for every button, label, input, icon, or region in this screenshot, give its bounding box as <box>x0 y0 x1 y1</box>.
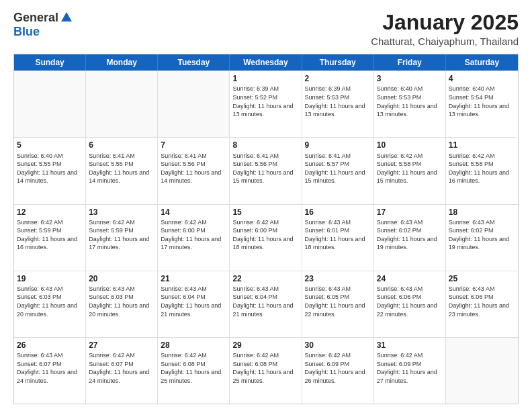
day-number-30: 30 <box>305 340 371 351</box>
calendar-cell-4-4: 30Sunrise: 6:42 AM Sunset: 6:09 PM Dayli… <box>302 338 374 404</box>
header-tuesday: Tuesday <box>158 54 230 71</box>
cell-text-2-3: Sunrise: 6:42 AM Sunset: 6:00 PM Dayligh… <box>232 218 298 252</box>
day-number-14: 14 <box>161 207 226 218</box>
cell-text-2-0: Sunrise: 6:42 AM Sunset: 5:59 PM Dayligh… <box>17 218 83 252</box>
calendar-cell-2-0: 12Sunrise: 6:42 AM Sunset: 5:59 PM Dayli… <box>14 205 86 271</box>
calendar-cell-4-6 <box>446 338 518 404</box>
day-number-2: 2 <box>305 73 371 84</box>
logo-icon <box>60 11 73 24</box>
cell-text-2-4: Sunrise: 6:43 AM Sunset: 6:01 PM Dayligh… <box>305 218 371 252</box>
calendar-cell-1-0: 5Sunrise: 6:40 AM Sunset: 5:55 PM Daylig… <box>14 138 86 203</box>
header-saturday: Saturday <box>446 54 518 71</box>
calendar-cell-0-2 <box>158 71 230 137</box>
calendar-cell-3-2: 21Sunrise: 6:43 AM Sunset: 6:04 PM Dayli… <box>158 271 230 337</box>
calendar-cell-2-6: 18Sunrise: 6:43 AM Sunset: 6:02 PM Dayli… <box>446 205 518 271</box>
calendar-cell-2-5: 17Sunrise: 6:43 AM Sunset: 6:02 PM Dayli… <box>374 205 446 271</box>
cell-text-3-3: Sunrise: 6:43 AM Sunset: 6:04 PM Dayligh… <box>232 285 298 318</box>
day-number-15: 15 <box>232 207 298 218</box>
calendar-cell-2-3: 15Sunrise: 6:42 AM Sunset: 6:00 PM Dayli… <box>230 205 302 271</box>
calendar-cell-2-4: 16Sunrise: 6:43 AM Sunset: 6:01 PM Dayli… <box>302 205 374 271</box>
header-friday: Friday <box>374 54 446 71</box>
calendar-cell-3-6: 25Sunrise: 6:43 AM Sunset: 6:06 PM Dayli… <box>446 271 518 337</box>
cell-text-1-1: Sunrise: 6:41 AM Sunset: 5:55 PM Dayligh… <box>89 152 154 185</box>
logo-blue-text: Blue <box>13 25 40 39</box>
page: General Blue January 2025 Chatturat, Cha… <box>0 0 532 411</box>
calendar-body: 1Sunrise: 6:39 AM Sunset: 5:52 PM Daylig… <box>14 71 518 404</box>
calendar-row-4: 26Sunrise: 6:43 AM Sunset: 6:07 PM Dayli… <box>14 337 518 404</box>
day-number-21: 21 <box>161 273 226 284</box>
day-number-24: 24 <box>377 273 443 284</box>
cell-text-4-0: Sunrise: 6:43 AM Sunset: 6:07 PM Dayligh… <box>17 351 83 385</box>
day-number-19: 19 <box>17 273 83 284</box>
day-number-25: 25 <box>449 273 515 284</box>
calendar-cell-0-5: 3Sunrise: 6:40 AM Sunset: 5:53 PM Daylig… <box>374 71 446 137</box>
day-number-22: 22 <box>232 273 298 284</box>
header: General Blue January 2025 Chatturat, Cha… <box>13 11 519 47</box>
cell-text-1-0: Sunrise: 6:40 AM Sunset: 5:55 PM Dayligh… <box>17 152 83 185</box>
cell-text-3-5: Sunrise: 6:43 AM Sunset: 6:06 PM Dayligh… <box>377 285 443 318</box>
cell-text-4-1: Sunrise: 6:42 AM Sunset: 6:07 PM Dayligh… <box>89 351 154 385</box>
header-monday: Monday <box>86 54 158 71</box>
day-number-4: 4 <box>449 73 515 84</box>
cell-text-0-3: Sunrise: 6:39 AM Sunset: 5:52 PM Dayligh… <box>232 85 298 118</box>
title-block: January 2025 Chatturat, Chaiyaphum, Thai… <box>371 11 519 47</box>
cell-text-0-6: Sunrise: 6:40 AM Sunset: 5:54 PM Dayligh… <box>449 85 515 118</box>
day-number-31: 31 <box>377 340 443 351</box>
calendar-cell-3-1: 20Sunrise: 6:43 AM Sunset: 6:03 PM Dayli… <box>86 271 158 337</box>
calendar-cell-4-0: 26Sunrise: 6:43 AM Sunset: 6:07 PM Dayli… <box>14 338 86 404</box>
calendar-cell-3-5: 24Sunrise: 6:43 AM Sunset: 6:06 PM Dayli… <box>374 271 446 337</box>
cell-text-2-1: Sunrise: 6:42 AM Sunset: 5:59 PM Dayligh… <box>89 218 154 252</box>
cell-text-2-6: Sunrise: 6:43 AM Sunset: 6:02 PM Dayligh… <box>449 218 515 252</box>
calendar-cell-0-4: 2Sunrise: 6:39 AM Sunset: 5:53 PM Daylig… <box>302 71 374 137</box>
subtitle: Chatturat, Chaiyaphum, Thailand <box>371 36 519 47</box>
day-number-20: 20 <box>89 273 154 284</box>
cell-text-3-1: Sunrise: 6:43 AM Sunset: 6:03 PM Dayligh… <box>89 285 154 318</box>
day-number-1: 1 <box>232 73 298 84</box>
day-number-7: 7 <box>161 140 226 150</box>
day-number-3: 3 <box>377 73 443 84</box>
calendar-row-1: 5Sunrise: 6:40 AM Sunset: 5:55 PM Daylig… <box>14 137 518 203</box>
day-number-23: 23 <box>305 273 371 284</box>
cell-text-0-5: Sunrise: 6:40 AM Sunset: 5:53 PM Dayligh… <box>377 85 443 118</box>
calendar-cell-3-0: 19Sunrise: 6:43 AM Sunset: 6:03 PM Dayli… <box>14 271 86 337</box>
cell-text-4-2: Sunrise: 6:42 AM Sunset: 6:08 PM Dayligh… <box>161 351 226 385</box>
cell-text-4-4: Sunrise: 6:42 AM Sunset: 6:09 PM Dayligh… <box>305 351 371 385</box>
month-title: January 2025 <box>371 11 519 34</box>
calendar-cell-1-1: 6Sunrise: 6:41 AM Sunset: 5:55 PM Daylig… <box>86 138 158 203</box>
cell-text-1-4: Sunrise: 6:41 AM Sunset: 5:57 PM Dayligh… <box>305 152 371 185</box>
day-number-12: 12 <box>17 207 83 218</box>
calendar-row-2: 12Sunrise: 6:42 AM Sunset: 5:59 PM Dayli… <box>14 204 518 271</box>
cell-text-1-6: Sunrise: 6:42 AM Sunset: 5:58 PM Dayligh… <box>449 152 515 185</box>
calendar-cell-4-2: 28Sunrise: 6:42 AM Sunset: 6:08 PM Dayli… <box>158 338 230 404</box>
header-wednesday: Wednesday <box>230 54 302 71</box>
calendar-cell-0-0 <box>14 71 86 137</box>
cell-text-2-2: Sunrise: 6:42 AM Sunset: 6:00 PM Dayligh… <box>161 218 226 252</box>
calendar-cell-3-3: 22Sunrise: 6:43 AM Sunset: 6:04 PM Dayli… <box>230 271 302 337</box>
day-number-9: 9 <box>305 140 371 150</box>
header-thursday: Thursday <box>302 54 374 71</box>
calendar-cell-0-1 <box>86 71 158 137</box>
cell-text-4-5: Sunrise: 6:42 AM Sunset: 6:09 PM Dayligh… <box>377 351 443 385</box>
calendar: Sunday Monday Tuesday Wednesday Thursday… <box>13 54 519 404</box>
cell-text-1-3: Sunrise: 6:41 AM Sunset: 5:56 PM Dayligh… <box>232 152 298 185</box>
day-number-11: 11 <box>449 140 515 150</box>
day-number-27: 27 <box>89 340 154 351</box>
logo-general-text: General <box>13 11 58 25</box>
cell-text-3-2: Sunrise: 6:43 AM Sunset: 6:04 PM Dayligh… <box>161 285 226 318</box>
svg-marker-0 <box>61 12 72 21</box>
calendar-cell-0-6: 4Sunrise: 6:40 AM Sunset: 5:54 PM Daylig… <box>446 71 518 137</box>
day-number-29: 29 <box>232 340 298 351</box>
calendar-cell-3-4: 23Sunrise: 6:43 AM Sunset: 6:05 PM Dayli… <box>302 271 374 337</box>
cell-text-4-3: Sunrise: 6:42 AM Sunset: 6:08 PM Dayligh… <box>232 351 298 385</box>
calendar-row-3: 19Sunrise: 6:43 AM Sunset: 6:03 PM Dayli… <box>14 271 518 337</box>
day-number-5: 5 <box>17 140 83 150</box>
header-sunday: Sunday <box>14 54 86 71</box>
day-number-26: 26 <box>17 340 83 351</box>
cell-text-3-0: Sunrise: 6:43 AM Sunset: 6:03 PM Dayligh… <box>17 285 83 318</box>
logo: General Blue <box>13 11 73 39</box>
day-number-6: 6 <box>89 140 154 150</box>
calendar-cell-1-3: 8Sunrise: 6:41 AM Sunset: 5:56 PM Daylig… <box>230 138 302 203</box>
day-number-8: 8 <box>232 140 298 150</box>
calendar-cell-4-5: 31Sunrise: 6:42 AM Sunset: 6:09 PM Dayli… <box>374 338 446 404</box>
calendar-cell-4-1: 27Sunrise: 6:42 AM Sunset: 6:07 PM Dayli… <box>86 338 158 404</box>
